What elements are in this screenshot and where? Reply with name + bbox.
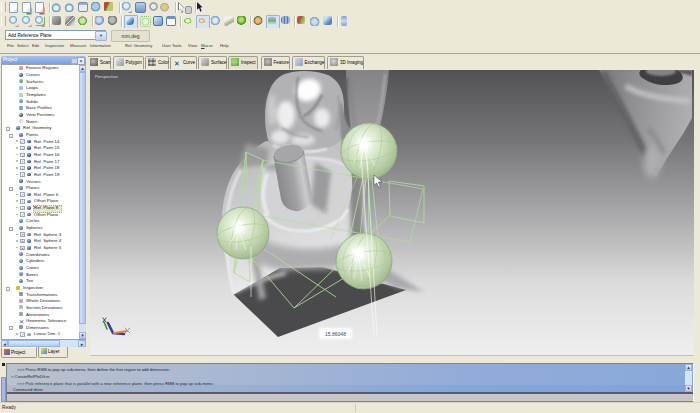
svg-text:15.86048: 15.86048 xyxy=(325,331,346,337)
svg-text:Perspective: Perspective xyxy=(95,74,118,79)
